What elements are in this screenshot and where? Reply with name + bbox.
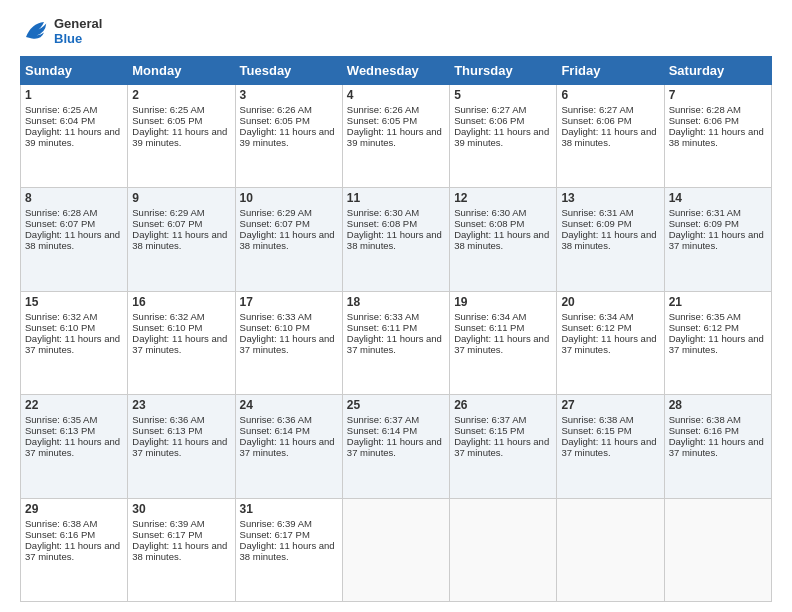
- sunrise: Sunrise: 6:35 AM: [25, 414, 97, 425]
- day-number: 5: [454, 88, 552, 102]
- sunrise: Sunrise: 6:31 AM: [669, 207, 741, 218]
- day-number: 9: [132, 191, 230, 205]
- calendar-day-cell: 9Sunrise: 6:29 AMSunset: 6:07 PMDaylight…: [128, 188, 235, 291]
- daylight: Daylight: 11 hours and 37 minutes.: [669, 333, 764, 355]
- daylight: Daylight: 11 hours and 37 minutes.: [132, 333, 227, 355]
- sunrise: Sunrise: 6:35 AM: [669, 311, 741, 322]
- calendar-week-row: 15Sunrise: 6:32 AMSunset: 6:10 PMDayligh…: [21, 291, 772, 394]
- daylight: Daylight: 11 hours and 37 minutes.: [240, 333, 335, 355]
- calendar-day-cell: 13Sunrise: 6:31 AMSunset: 6:09 PMDayligh…: [557, 188, 664, 291]
- day-number: 30: [132, 502, 230, 516]
- calendar-day-cell: 17Sunrise: 6:33 AMSunset: 6:10 PMDayligh…: [235, 291, 342, 394]
- day-number: 1: [25, 88, 123, 102]
- sunset: Sunset: 6:13 PM: [25, 425, 95, 436]
- daylight: Daylight: 11 hours and 38 minutes.: [347, 229, 442, 251]
- day-number: 11: [347, 191, 445, 205]
- daylight: Daylight: 11 hours and 37 minutes.: [669, 436, 764, 458]
- daylight: Daylight: 11 hours and 37 minutes.: [25, 436, 120, 458]
- sunset: Sunset: 6:05 PM: [132, 115, 202, 126]
- sunset: Sunset: 6:17 PM: [132, 529, 202, 540]
- calendar-day-cell: 20Sunrise: 6:34 AMSunset: 6:12 PMDayligh…: [557, 291, 664, 394]
- day-number: 7: [669, 88, 767, 102]
- sunrise: Sunrise: 6:31 AM: [561, 207, 633, 218]
- daylight: Daylight: 11 hours and 37 minutes.: [454, 333, 549, 355]
- sunset: Sunset: 6:10 PM: [132, 322, 202, 333]
- daylight: Daylight: 11 hours and 37 minutes.: [25, 540, 120, 562]
- daylight: Daylight: 11 hours and 38 minutes.: [132, 229, 227, 251]
- calendar-day-cell: 24Sunrise: 6:36 AMSunset: 6:14 PMDayligh…: [235, 395, 342, 498]
- sunrise: Sunrise: 6:30 AM: [347, 207, 419, 218]
- daylight: Daylight: 11 hours and 37 minutes.: [561, 333, 656, 355]
- daylight: Daylight: 11 hours and 37 minutes.: [25, 333, 120, 355]
- day-number: 23: [132, 398, 230, 412]
- day-number: 20: [561, 295, 659, 309]
- day-number: 29: [25, 502, 123, 516]
- daylight: Daylight: 11 hours and 37 minutes.: [561, 436, 656, 458]
- calendar-day-cell: 6Sunrise: 6:27 AMSunset: 6:06 PMDaylight…: [557, 85, 664, 188]
- calendar-header-cell: Saturday: [664, 57, 771, 85]
- calendar-header-row: SundayMondayTuesdayWednesdayThursdayFrid…: [21, 57, 772, 85]
- calendar-header-cell: Friday: [557, 57, 664, 85]
- day-number: 8: [25, 191, 123, 205]
- daylight: Daylight: 11 hours and 37 minutes.: [454, 436, 549, 458]
- calendar-week-row: 1Sunrise: 6:25 AMSunset: 6:04 PMDaylight…: [21, 85, 772, 188]
- daylight: Daylight: 11 hours and 38 minutes.: [561, 126, 656, 148]
- header: General Blue: [20, 16, 772, 46]
- sunrise: Sunrise: 6:34 AM: [561, 311, 633, 322]
- sunset: Sunset: 6:06 PM: [454, 115, 524, 126]
- calendar-day-cell: 29Sunrise: 6:38 AMSunset: 6:16 PMDayligh…: [21, 498, 128, 601]
- calendar-header-cell: Monday: [128, 57, 235, 85]
- sunrise: Sunrise: 6:27 AM: [561, 104, 633, 115]
- calendar-day-cell: 1Sunrise: 6:25 AMSunset: 6:04 PMDaylight…: [21, 85, 128, 188]
- sunset: Sunset: 6:15 PM: [561, 425, 631, 436]
- page: General Blue SundayMondayTuesdayWednesda…: [0, 0, 792, 612]
- day-number: 13: [561, 191, 659, 205]
- calendar-day-cell: 19Sunrise: 6:34 AMSunset: 6:11 PMDayligh…: [450, 291, 557, 394]
- day-number: 18: [347, 295, 445, 309]
- sunset: Sunset: 6:08 PM: [347, 218, 417, 229]
- calendar-day-cell: [342, 498, 449, 601]
- daylight: Daylight: 11 hours and 39 minutes.: [240, 126, 335, 148]
- calendar-week-row: 22Sunrise: 6:35 AMSunset: 6:13 PMDayligh…: [21, 395, 772, 498]
- calendar-day-cell: 3Sunrise: 6:26 AMSunset: 6:05 PMDaylight…: [235, 85, 342, 188]
- logo-icon: [20, 16, 50, 46]
- sunset: Sunset: 6:04 PM: [25, 115, 95, 126]
- sunrise: Sunrise: 6:34 AM: [454, 311, 526, 322]
- calendar-day-cell: 23Sunrise: 6:36 AMSunset: 6:13 PMDayligh…: [128, 395, 235, 498]
- sunrise: Sunrise: 6:25 AM: [132, 104, 204, 115]
- calendar-day-cell: 10Sunrise: 6:29 AMSunset: 6:07 PMDayligh…: [235, 188, 342, 291]
- daylight: Daylight: 11 hours and 38 minutes.: [25, 229, 120, 251]
- daylight: Daylight: 11 hours and 39 minutes.: [347, 126, 442, 148]
- daylight: Daylight: 11 hours and 37 minutes.: [347, 436, 442, 458]
- sunset: Sunset: 6:12 PM: [561, 322, 631, 333]
- day-number: 3: [240, 88, 338, 102]
- calendar-day-cell: 14Sunrise: 6:31 AMSunset: 6:09 PMDayligh…: [664, 188, 771, 291]
- sunset: Sunset: 6:09 PM: [561, 218, 631, 229]
- day-number: 16: [132, 295, 230, 309]
- calendar-body: 1Sunrise: 6:25 AMSunset: 6:04 PMDaylight…: [21, 85, 772, 602]
- sunrise: Sunrise: 6:38 AM: [561, 414, 633, 425]
- sunrise: Sunrise: 6:29 AM: [132, 207, 204, 218]
- sunrise: Sunrise: 6:26 AM: [240, 104, 312, 115]
- day-number: 12: [454, 191, 552, 205]
- sunset: Sunset: 6:16 PM: [669, 425, 739, 436]
- calendar-day-cell: 11Sunrise: 6:30 AMSunset: 6:08 PMDayligh…: [342, 188, 449, 291]
- day-number: 22: [25, 398, 123, 412]
- logo-text: General Blue: [54, 16, 102, 46]
- sunrise: Sunrise: 6:30 AM: [454, 207, 526, 218]
- calendar-day-cell: 21Sunrise: 6:35 AMSunset: 6:12 PMDayligh…: [664, 291, 771, 394]
- daylight: Daylight: 11 hours and 38 minutes.: [454, 229, 549, 251]
- calendar-day-cell: [557, 498, 664, 601]
- calendar-header-cell: Tuesday: [235, 57, 342, 85]
- sunrise: Sunrise: 6:29 AM: [240, 207, 312, 218]
- sunset: Sunset: 6:16 PM: [25, 529, 95, 540]
- day-number: 19: [454, 295, 552, 309]
- sunrise: Sunrise: 6:28 AM: [669, 104, 741, 115]
- sunset: Sunset: 6:07 PM: [25, 218, 95, 229]
- calendar-day-cell: 28Sunrise: 6:38 AMSunset: 6:16 PMDayligh…: [664, 395, 771, 498]
- day-number: 2: [132, 88, 230, 102]
- daylight: Daylight: 11 hours and 39 minutes.: [454, 126, 549, 148]
- sunset: Sunset: 6:05 PM: [347, 115, 417, 126]
- calendar-day-cell: 25Sunrise: 6:37 AMSunset: 6:14 PMDayligh…: [342, 395, 449, 498]
- sunrise: Sunrise: 6:32 AM: [132, 311, 204, 322]
